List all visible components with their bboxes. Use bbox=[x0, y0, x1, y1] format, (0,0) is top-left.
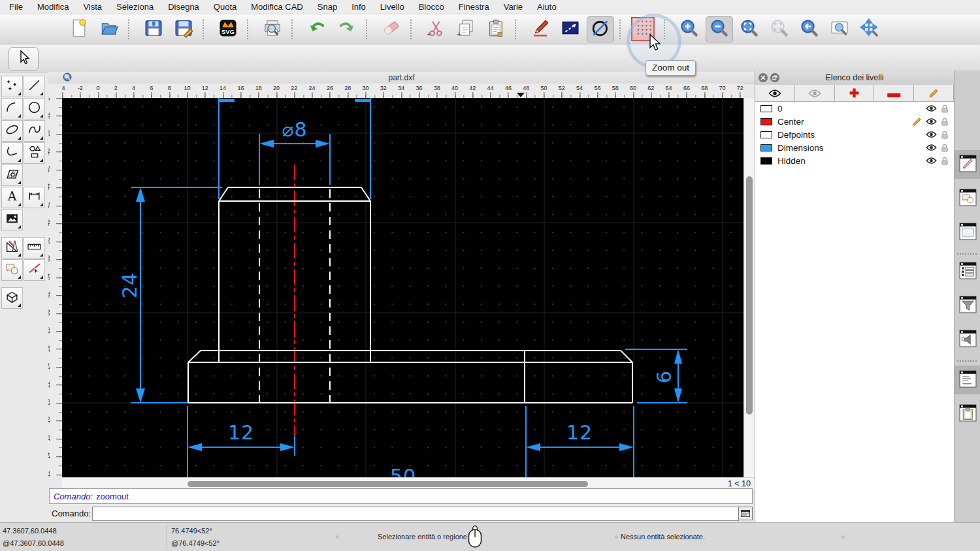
paste-button[interactable] bbox=[482, 16, 510, 42]
undo-button[interactable] bbox=[303, 16, 331, 42]
hatch-tool-button[interactable] bbox=[1, 165, 23, 186]
copy-button[interactable]: + bbox=[452, 16, 480, 42]
panel-close-button[interactable] bbox=[759, 73, 768, 82]
menu-disegna[interactable]: Disegna bbox=[168, 2, 199, 12]
menu-snap[interactable]: Snap bbox=[318, 2, 337, 12]
menu-aiuto[interactable]: Aiuto bbox=[537, 2, 557, 12]
layer-lock-icon[interactable] bbox=[941, 143, 949, 153]
dock-entity-list-button[interactable] bbox=[958, 262, 977, 281]
polyline-tool-button[interactable] bbox=[1, 142, 23, 164]
print-preview-button[interactable] bbox=[259, 16, 286, 42]
zoom-in-button[interactable] bbox=[676, 16, 703, 42]
redo-button[interactable] bbox=[333, 16, 361, 42]
dock-block-list-button[interactable] bbox=[958, 189, 977, 208]
keyboard-toggle-button[interactable] bbox=[738, 507, 753, 520]
circle-line-button[interactable] bbox=[587, 16, 614, 42]
zoom-back-button[interactable] bbox=[796, 16, 823, 42]
open-icon bbox=[99, 18, 119, 40]
ellipse-tool-button[interactable] bbox=[1, 120, 23, 142]
dock-library-browser-button[interactable] bbox=[958, 223, 977, 242]
dock-selection-filter-button[interactable] bbox=[958, 296, 977, 315]
layer-visible-icon[interactable] bbox=[926, 104, 937, 112]
zoom-out-button[interactable] bbox=[706, 16, 733, 42]
h-ruler-label: 50 bbox=[540, 85, 547, 91]
polygon-tool-button[interactable] bbox=[24, 142, 45, 164]
block-tool-button[interactable] bbox=[1, 259, 23, 281]
arc-tool-button[interactable] bbox=[1, 98, 23, 119]
select-tool-button[interactable] bbox=[8, 47, 39, 71]
dock-clipboard-button[interactable] bbox=[958, 405, 977, 423]
menu-modifica-cad[interactable]: Modifica CAD bbox=[251, 2, 302, 12]
text-tool-button[interactable]: A bbox=[1, 187, 23, 208]
mouse-icon bbox=[468, 526, 482, 550]
toolbar-separator bbox=[128, 20, 135, 39]
zoom-auto-button[interactable] bbox=[736, 16, 763, 42]
circle-tool-button[interactable] bbox=[24, 98, 45, 119]
save-as-button[interactable] bbox=[170, 16, 197, 42]
layer-lock-icon[interactable] bbox=[941, 117, 949, 127]
layer-visible-icon[interactable] bbox=[926, 144, 937, 151]
dock-layer-list-button[interactable] bbox=[958, 155, 977, 174]
toolbar-separator bbox=[291, 20, 298, 39]
panel-float-button[interactable] bbox=[770, 73, 779, 82]
layer-row-defpoints[interactable]: Defpoints bbox=[755, 128, 954, 141]
line-tool-button[interactable] bbox=[24, 76, 45, 97]
menu-blocco[interactable]: Blocco bbox=[419, 2, 444, 12]
dimension-tool-button[interactable] bbox=[24, 187, 45, 208]
horizontal-scrollbar-thumb[interactable] bbox=[188, 481, 588, 487]
menu-finestra[interactable]: Finestra bbox=[459, 2, 489, 12]
menu-modifica[interactable]: Modifica bbox=[37, 2, 69, 12]
layer-row-center[interactable]: Center bbox=[755, 115, 954, 128]
v-ruler-label: 28 bbox=[48, 327, 51, 334]
pen-edit-button[interactable] bbox=[527, 16, 554, 42]
polar-coordinates: 76.4749<52° bbox=[171, 527, 212, 535]
menu-quota[interactable]: Quota bbox=[214, 2, 237, 12]
save-button[interactable] bbox=[140, 16, 167, 42]
layer-row-0[interactable]: 0 bbox=[755, 102, 954, 115]
image-tool-button[interactable] bbox=[1, 209, 23, 230]
vertical-scrollbar[interactable] bbox=[743, 98, 755, 477]
zoom-previous-button[interactable] bbox=[766, 16, 793, 42]
measure-tool-button[interactable] bbox=[24, 237, 45, 259]
drawing-canvas[interactable]: ⌀8 24 12 12 6 50 bbox=[62, 98, 743, 477]
show-all-layers-button[interactable] bbox=[755, 85, 795, 102]
cut-button[interactable]: + bbox=[422, 16, 449, 42]
layer-visible-icon[interactable] bbox=[926, 118, 937, 125]
new-button[interactable] bbox=[65, 16, 93, 42]
layer-row-hidden[interactable]: Hidden bbox=[755, 154, 954, 167]
svg-export-button[interactable]: SVG bbox=[214, 16, 242, 42]
points-tool-button[interactable] bbox=[1, 76, 23, 97]
dock-pen-palette-button[interactable] bbox=[958, 330, 977, 349]
spline-tool-button[interactable] bbox=[24, 120, 45, 142]
menu-vista[interactable]: Vista bbox=[83, 2, 102, 12]
eye-icon bbox=[768, 89, 781, 98]
layer-row-dimensions[interactable]: Dimensions bbox=[755, 141, 954, 154]
zoom-window-button[interactable] bbox=[826, 16, 853, 42]
modify-tool-button[interactable] bbox=[1, 237, 23, 259]
layer-lock-icon[interactable] bbox=[941, 130, 949, 140]
menu-seleziona[interactable]: Seleziona bbox=[116, 2, 154, 12]
layer-visible-icon[interactable] bbox=[926, 157, 937, 165]
v-ruler-label: 20 bbox=[48, 399, 51, 405]
layer-lock-icon[interactable] bbox=[941, 156, 949, 166]
remove-layer-button[interactable]: ▬ bbox=[874, 85, 914, 102]
3d-box-tool-button[interactable] bbox=[1, 287, 23, 309]
hide-all-layers-button[interactable] bbox=[795, 85, 835, 102]
menu-info[interactable]: Info bbox=[351, 2, 366, 12]
zoom-pan-button[interactable] bbox=[856, 16, 883, 42]
menu-file[interactable]: File bbox=[9, 2, 23, 12]
layer-visible-icon[interactable] bbox=[926, 131, 937, 138]
command-input[interactable] bbox=[92, 507, 739, 521]
select-rect-button[interactable] bbox=[557, 16, 584, 42]
attributes-tool-button[interactable] bbox=[24, 259, 45, 281]
edit-layer-button[interactable] bbox=[914, 85, 954, 102]
window-zoom-icon[interactable] bbox=[63, 72, 72, 84]
delete-button[interactable] bbox=[378, 16, 405, 42]
menu-livello[interactable]: Livello bbox=[380, 2, 404, 12]
vertical-scrollbar-thumb[interactable] bbox=[746, 176, 753, 415]
dock-command-line-button[interactable] bbox=[958, 371, 977, 389]
add-layer-button[interactable]: ✚ bbox=[835, 85, 875, 102]
layer-lock-icon[interactable] bbox=[941, 104, 949, 114]
open-button[interactable] bbox=[95, 16, 123, 42]
menu-varie[interactable]: Varie bbox=[504, 2, 523, 12]
